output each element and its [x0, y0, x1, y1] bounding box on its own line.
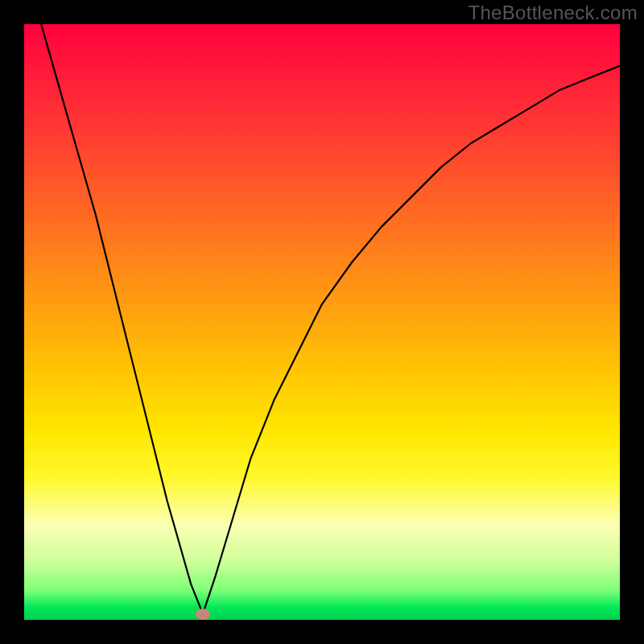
plot-area: [24, 24, 620, 620]
watermark-text: TheBottleneck.com: [468, 2, 638, 24]
chart-container: TheBottleneck.com: [0, 0, 644, 644]
minimum-marker-dot: [196, 609, 210, 620]
bottleneck-curve: [24, 24, 620, 620]
